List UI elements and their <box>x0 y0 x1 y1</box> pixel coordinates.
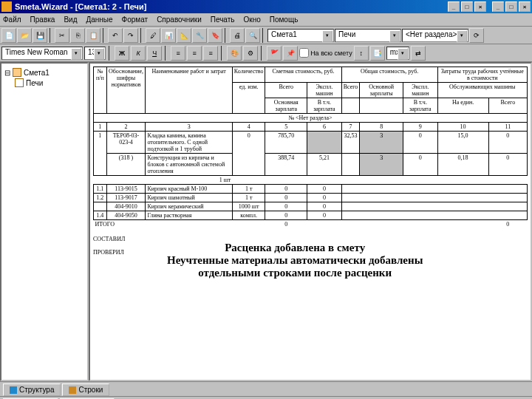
section-row: № <Нет раздела> <box>94 114 528 123</box>
redo-icon[interactable]: ↷ <box>123 28 138 43</box>
h-perunit: На един. <box>437 98 488 114</box>
bottom-tabs-2: Свойства Расценки <box>0 396 532 399</box>
main-area: ⊟ Смета1 Печи № п/п Обоснование, шифры н… <box>0 62 532 381</box>
maximize-button[interactable]: □ <box>461 1 473 12</box>
tool-e-icon[interactable]: 🔖 <box>208 28 222 43</box>
row-1b[interactable]: (318 ) Конструкция из кирпича и блоков с… <box>94 154 528 176</box>
undo-icon[interactable]: ↶ <box>108 28 123 43</box>
lines-icon <box>69 386 76 394</box>
msg-l2: Неучтенные материалы автоматически добав… <box>167 254 423 267</box>
print-icon[interactable]: 🖨 <box>230 28 245 43</box>
tree-icon <box>10 386 17 394</box>
menu-view[interactable]: Вид <box>64 16 77 24</box>
c1: 1 <box>94 123 107 132</box>
h-cost: Сметная стоимость, руб. <box>265 67 341 83</box>
copy-icon[interactable]: ⎘ <box>70 28 85 43</box>
c8: 8 <box>360 123 403 132</box>
tool-f-icon[interactable]: ⚙ <box>243 46 258 61</box>
align-center-icon[interactable]: ≡ <box>187 46 202 61</box>
save-icon[interactable]: 💾 <box>33 28 47 43</box>
tab-lines[interactable]: Строки <box>62 383 109 396</box>
h-serve: Обслуживающих машины <box>437 83 527 98</box>
new-icon[interactable]: 📄 <box>1 28 16 43</box>
estimate-table: № п/п Обоснование, шифры нормативов Наим… <box>93 66 528 228</box>
sheet-panel[interactable]: № п/п Обоснование, шифры нормативов Наим… <box>89 62 532 381</box>
menu-file[interactable]: Файл <box>3 16 21 24</box>
h-tot: Всего <box>488 98 527 114</box>
c3: 3 <box>146 123 232 132</box>
menu-help[interactable]: Помощь <box>270 16 299 24</box>
tree-panel: ⊟ Смета1 Печи <box>0 62 89 381</box>
flag-icon[interactable]: 🚩 <box>267 46 282 61</box>
toolbar-format: Times New Roman 13 Ж К Ч ≡ ≡ ≡ 🎨 ⚙ 🚩 📌 Н… <box>0 44 532 62</box>
row-3[interactable]: 1.2113-9017 Кирпич шамотный 1 т0 0 <box>94 194 528 202</box>
doc-icon <box>15 78 24 87</box>
h-mach2: Экспл. машин <box>403 83 438 98</box>
tree-child[interactable]: Печи <box>15 78 84 87</box>
refresh-icon[interactable]: ⟳ <box>469 28 484 43</box>
sign-composed: СОСТАВИЛ <box>93 236 152 242</box>
tree-root-label: Смета1 <box>24 69 50 77</box>
preview-icon[interactable]: 🔍 <box>245 28 260 43</box>
scope-checkbox[interactable] <box>299 48 309 58</box>
h-all1: Всего <box>265 83 307 98</box>
menu-edit[interactable]: Правка <box>30 16 55 24</box>
section-combo[interactable]: <Нет раздела> <box>402 29 468 42</box>
menu-ref[interactable]: Справочники <box>157 16 202 24</box>
app-icon <box>1 1 12 12</box>
menu-data[interactable]: Данные <box>86 16 112 24</box>
titlebar: Smeta.Wizard - [Смета1: 2 - Печи] _ □ × … <box>0 0 532 13</box>
tool-a-icon[interactable]: 🖊 <box>146 28 160 43</box>
scope-label: На всю смету <box>310 50 352 57</box>
tool-d-icon[interactable]: 🔧 <box>192 28 207 43</box>
align-left-icon[interactable]: ≡ <box>171 46 185 61</box>
cut-icon[interactable]: ✂ <box>55 28 69 43</box>
total-row: ИТОГО 0 0 <box>94 220 528 229</box>
folder-icon <box>13 68 21 77</box>
child-maximize-button[interactable]: □ <box>505 1 517 12</box>
row-2[interactable]: 1.1113-9015 Кирпич красный М-100 1 т0 0 <box>94 185 528 194</box>
font-combo[interactable]: Times New Roman <box>1 47 83 60</box>
close-button[interactable]: × <box>474 1 486 12</box>
child-close-button[interactable]: × <box>519 1 531 12</box>
color-icon[interactable]: 🎨 <box>227 46 242 61</box>
italic-icon[interactable]: К <box>131 46 146 61</box>
open-icon[interactable]: 📂 <box>17 28 32 43</box>
title-text: Smeta.Wizard - [Смета1: 2 - Печи] <box>15 2 146 11</box>
menu-format[interactable]: Формат <box>122 16 149 24</box>
c7: 7 <box>341 123 360 132</box>
row-5[interactable]: 1.4404-9050 Глина растворная компл.0 0 <box>94 211 528 220</box>
menu-window[interactable]: Окно <box>244 16 261 24</box>
row-1[interactable]: 1 ТЕР08-03-023-4 Кладка камина, камина о… <box>94 132 528 154</box>
pin-icon[interactable]: 📌 <box>283 46 298 61</box>
sheet-combo[interactable]: Печи <box>335 29 401 42</box>
mx-combo[interactable]: mx <box>386 47 409 60</box>
toolbar-main: 📄 📂 💾 ✂ ⎘ 📋 ↶ ↷ 🖊 📊 📐 🔧 🔖 🖨 🔍 Смета1 Печ… <box>0 27 532 44</box>
doc-combo[interactable]: Смета1 <box>267 29 334 42</box>
h-incl1: В т.ч. зарплата <box>307 98 342 114</box>
tool-b-icon[interactable]: 📊 <box>161 28 176 43</box>
h-labor: Затраты труда рабочих учтённые в стоимос… <box>437 67 527 83</box>
minimize-button[interactable]: _ <box>448 1 460 12</box>
tree-root[interactable]: ⊟ Смета1 <box>4 68 84 77</box>
tab-structure[interactable]: Структура <box>3 383 61 396</box>
tool-h-icon[interactable]: 📑 <box>370 46 385 61</box>
menu-print[interactable]: Печать <box>211 16 235 24</box>
tool-c-icon[interactable]: 📐 <box>177 28 191 43</box>
underline-icon[interactable]: Ч <box>147 46 162 61</box>
row-4[interactable]: 404-9010 Кирпич керамический 1000 шт0 0 <box>94 202 528 211</box>
tool-g-icon[interactable]: ↕ <box>354 46 369 61</box>
tool-i-icon[interactable]: ⇄ <box>411 46 426 61</box>
child-minimize-button[interactable]: _ <box>492 1 504 12</box>
c11: 11 <box>488 123 527 132</box>
bold-icon[interactable]: Ж <box>115 46 129 61</box>
h-mach1: Экспл. машин <box>307 83 342 98</box>
size-combo[interactable]: 13 <box>84 47 106 60</box>
h-salary: Основной зарплаты <box>360 83 403 98</box>
h-total: Общая стоимость, руб. <box>341 67 437 83</box>
paste-icon[interactable]: 📋 <box>86 28 100 43</box>
align-right-icon[interactable]: ≡ <box>203 46 218 61</box>
msg-l1: Расценка добавлена в смету <box>167 242 423 254</box>
c2: 2 <box>106 123 146 132</box>
menubar: Файл Правка Вид Данные Формат Справочник… <box>0 13 532 27</box>
